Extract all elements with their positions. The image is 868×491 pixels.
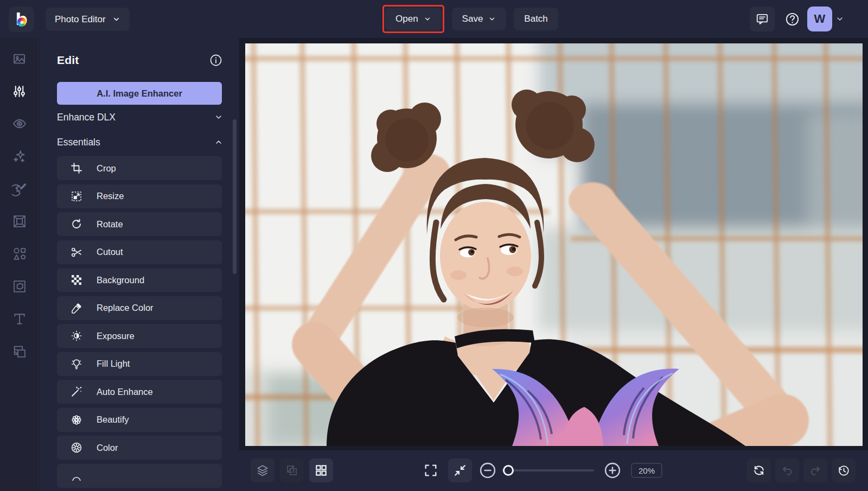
panel-item-partial[interactable] — [57, 464, 222, 488]
user-avatar[interactable]: W — [807, 7, 832, 31]
zoom-slider-handle[interactable] — [503, 465, 514, 476]
zoom-out-button[interactable] — [478, 461, 497, 480]
zoom-in-button[interactable] — [603, 461, 622, 480]
fit-to-screen-button[interactable] — [448, 458, 472, 482]
exposure-icon — [70, 329, 83, 342]
compare-icon — [285, 463, 299, 477]
fit-screen-icon — [452, 463, 468, 478]
rotate-icon — [70, 218, 83, 231]
panel-item-crop[interactable]: Crop — [57, 156, 222, 180]
rail-item-edit[interactable] — [11, 84, 28, 99]
crop-icon — [70, 162, 83, 175]
rail-item-ai-tools[interactable] — [11, 149, 28, 164]
item-label: Cutout — [97, 247, 123, 257]
textures-icon — [12, 279, 27, 294]
app-switcher-label: Photo Editor — [55, 14, 106, 25]
app-logo[interactable]: b — [9, 7, 34, 32]
help-question-icon — [784, 11, 800, 27]
rail-item-artsy[interactable] — [11, 181, 28, 196]
touchup-eye-icon — [12, 116, 27, 131]
feedback-chat-button[interactable] — [750, 7, 775, 31]
avatar-initial: W — [814, 12, 826, 26]
rail-item-textures[interactable] — [11, 279, 28, 294]
layers-icon — [256, 463, 270, 477]
essentials-item-list: Crop Resize Rotate Cutout Background Rep… — [57, 156, 222, 488]
save-button[interactable]: Save — [452, 8, 507, 30]
panel-item-resize[interactable]: Resize — [57, 184, 222, 208]
zoom-level-readout[interactable]: 20% — [631, 463, 662, 478]
scissors-icon — [70, 246, 83, 259]
help-button[interactable] — [781, 7, 803, 31]
rail-item-frames[interactable] — [11, 214, 28, 229]
open-button[interactable]: Open — [385, 8, 442, 30]
zoom-slider-track[interactable] — [502, 469, 594, 471]
overlays-icon — [12, 344, 27, 359]
history-button[interactable] — [832, 458, 856, 482]
layers-button[interactable] — [251, 458, 275, 482]
tool-rail — [0, 38, 39, 491]
fullscreen-button[interactable] — [419, 458, 443, 482]
magic-wand-icon — [70, 385, 83, 398]
rail-item-touchup[interactable] — [11, 116, 28, 131]
reset-button[interactable] — [747, 458, 771, 482]
file-actions: Open Save Batch — [382, 5, 558, 33]
panel-item-background[interactable]: Background — [57, 268, 222, 292]
zoom-slider[interactable] — [502, 465, 594, 476]
logo-letter: b — [15, 11, 27, 28]
ai-image-enhancer-button[interactable]: A.I. Image Enhancer — [57, 82, 222, 105]
annotation-highlight-box: Open — [382, 5, 444, 33]
rail-item-text[interactable] — [11, 311, 28, 327]
minus-circle-icon — [478, 461, 497, 480]
panel-item-auto-enhance[interactable]: Auto Enhance — [57, 380, 222, 404]
undo-button[interactable] — [775, 458, 799, 482]
info-button[interactable] — [209, 53, 223, 67]
panel-item-beautify[interactable]: Beautify — [57, 408, 222, 432]
account-actions: W — [750, 7, 844, 31]
undo-icon — [780, 463, 794, 477]
grid-view-button[interactable] — [309, 458, 333, 482]
panel-item-color[interactable]: Color — [57, 436, 222, 460]
plus-circle-icon — [603, 461, 622, 480]
panel-scrollbar[interactable] — [233, 119, 237, 274]
panel-item-rotate[interactable]: Rotate — [57, 212, 222, 236]
logo-color-wheel-icon — [17, 17, 27, 27]
item-label: Beautify — [97, 415, 129, 425]
text-icon — [12, 311, 27, 327]
photo-illustration — [245, 43, 863, 446]
batch-label: Batch — [524, 14, 547, 24]
checkerboard-icon — [70, 273, 83, 286]
section-label: Essentials — [57, 137, 100, 148]
compare-button[interactable] — [280, 458, 304, 482]
rail-item-image-manager[interactable] — [11, 51, 28, 66]
item-label: Crop — [97, 163, 116, 174]
history-controls — [747, 458, 856, 482]
eyedropper-icon — [70, 302, 83, 315]
panel-item-cutout[interactable]: Cutout — [57, 240, 222, 264]
canvas-area: 20% — [239, 38, 868, 491]
photo-editor-app: b Photo Editor Open Save Batch — [0, 0, 868, 491]
batch-button[interactable]: Batch — [514, 8, 558, 30]
item-label: Resize — [97, 191, 124, 201]
history-clock-icon — [837, 463, 851, 477]
fullscreen-icon — [423, 463, 438, 478]
account-menu-toggle[interactable] — [835, 15, 844, 23]
rail-item-graphics[interactable] — [11, 246, 28, 262]
frames-icon — [12, 214, 27, 229]
panel-item-replace-color[interactable]: Replace Color — [57, 296, 222, 320]
rail-item-overlays[interactable] — [11, 344, 28, 359]
item-label: Color — [97, 443, 118, 453]
panel-item-exposure[interactable]: Exposure — [57, 324, 222, 348]
photo-image — [245, 43, 863, 446]
save-label: Save — [462, 14, 483, 24]
lightbulb-icon — [70, 358, 83, 371]
artsy-palette-icon — [12, 181, 27, 196]
resize-icon — [70, 190, 83, 203]
redo-button[interactable] — [803, 458, 827, 482]
app-switcher-menu[interactable]: Photo Editor — [46, 8, 130, 31]
chevron-down-icon — [835, 15, 844, 23]
panel-item-fill-light[interactable]: Fill Light — [57, 352, 222, 376]
section-enhance-dlx[interactable]: Enhance DLX — [57, 105, 223, 130]
item-label: Rotate — [97, 219, 123, 229]
ai-sparkles-icon — [12, 149, 27, 164]
section-essentials[interactable]: Essentials — [57, 130, 223, 155]
